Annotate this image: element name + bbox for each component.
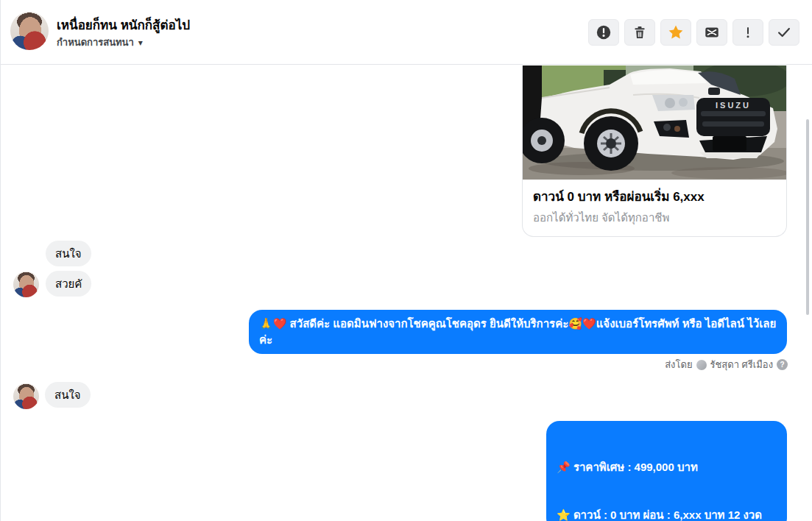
favorite-button[interactable]: [660, 19, 691, 46]
mark-spam-button[interactable]: [732, 19, 763, 46]
scrollbar-thumb[interactable]: [806, 119, 809, 315]
conversation-header: เหนื่อยก็ทน หนักก็สู้ต่อไป กำหนดการสนทนา…: [1, 0, 812, 65]
header-action-bar: [588, 19, 799, 46]
conversation-schedule-dropdown[interactable]: กำหนดการสนทนา ▾: [57, 35, 143, 50]
incoming-message-bubble: สนใจ: [46, 241, 91, 266]
outgoing-message-bubble: 📌 ราคาพิเศษ : 499,000 บาท ⭐ ดาวน์ : 0 บา…: [546, 421, 787, 521]
conversation-title: เหนื่อยก็ทน หนักก็สู้ต่อไป: [57, 15, 190, 35]
price-line: 📌 ราคาพิเศษ : 499,000 บาท: [557, 459, 777, 475]
attachment-title: ดาวน์ 0 บาท หรือผ่อนเริ่ม 6,xxx: [533, 186, 776, 206]
incoming-message-bubble: สวยคั: [46, 271, 91, 297]
truck-photo: ISUZU: [523, 65, 786, 180]
mark-done-button[interactable]: [769, 19, 799, 46]
incoming-message-bubble: สนใจ: [45, 382, 91, 408]
help-icon[interactable]: ?: [777, 359, 788, 370]
sent-by-name: รัชสุดา ศรีเมือง: [710, 357, 774, 372]
avatar[interactable]: [10, 12, 49, 50]
outgoing-message-bubble: 🙏❤️ สวัสดีค่ะ แอดมินฟางจากโชคคูณโชคอุดร …: [249, 310, 787, 354]
report-button[interactable]: [588, 19, 619, 46]
admin-mini-avatar: [696, 360, 707, 370]
schedule-label: กำหนดการสนทนา: [57, 35, 134, 50]
sent-by-label: ส่งโดย: [665, 357, 692, 372]
down-payment-line: ⭐ ดาวน์ : 0 บาท ผ่อน : 6,xxx บาท 12 งวดแ…: [557, 507, 777, 521]
attachment-card[interactable]: ISUZU ดาวน์ 0 บาท หรือผ่อนเริ่ม 6,xxx ออ…: [522, 65, 787, 237]
sent-by-row: ส่งโดย รัชสุดา ศรีเมือง ?: [665, 357, 788, 372]
chevron-down-icon: ▾: [138, 38, 143, 48]
sender-avatar[interactable]: [13, 383, 39, 409]
exclamation-icon: [741, 25, 755, 40]
check-icon: [776, 24, 792, 40]
attachment-subtitle: ออกได้ทั่วไทย จัดได้ทุกอาชีพ: [533, 209, 776, 227]
delete-button[interactable]: [624, 19, 655, 46]
mark-unread-button[interactable]: [696, 19, 727, 46]
attachment-caption: ดาวน์ 0 บาท หรือผ่อนเริ่ม 6,xxx ออกได้ทั…: [523, 180, 786, 236]
envelope-unread-icon: [704, 24, 720, 40]
alert-circle-icon: [596, 24, 612, 40]
svg-text:ISUZU: ISUZU: [716, 101, 751, 110]
sender-avatar[interactable]: [13, 272, 39, 297]
trash-icon: [632, 25, 647, 40]
star-icon: [667, 24, 685, 41]
